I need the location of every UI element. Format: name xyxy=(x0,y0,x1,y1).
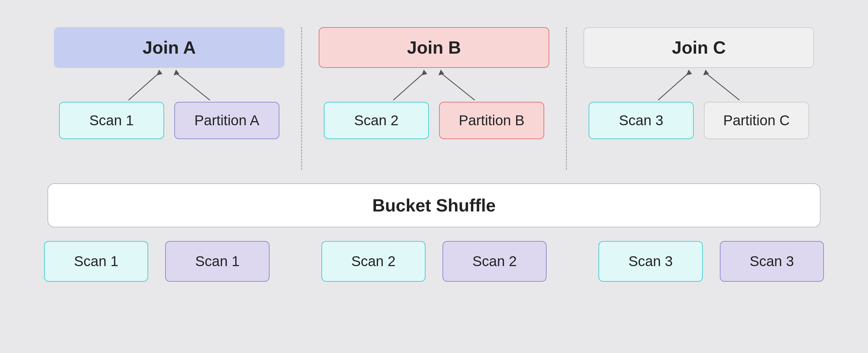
join-b-label: Join B xyxy=(407,37,461,58)
svg-line-10 xyxy=(706,73,739,100)
svg-line-4 xyxy=(393,73,424,100)
scan1-box-a: Scan 1 xyxy=(59,102,164,139)
join-c-box: Join C xyxy=(584,27,814,68)
svg-line-6 xyxy=(441,73,475,100)
bottom-scan1-purple: Scan 1 xyxy=(165,241,269,282)
join-c-label: Join C xyxy=(672,37,726,58)
bottom-scan2-purple: Scan 2 xyxy=(442,241,547,282)
children-row-a: Scan 1 Partition A xyxy=(54,102,284,139)
scan2-label-b: Scan 2 xyxy=(354,112,399,129)
children-row-c: Scan 3 Partition C xyxy=(584,102,814,139)
svg-marker-9 xyxy=(686,70,692,75)
scan3-box-c: Scan 3 xyxy=(589,102,694,139)
diagram: Join A Scan 1 Partition A xyxy=(24,14,844,339)
bucket-shuffle-label: Bucket Shuffle xyxy=(372,195,496,216)
bottom-scan1-cyan: Scan 1 xyxy=(44,241,148,282)
arrow-area-b xyxy=(319,68,549,102)
partition-a-label: Partition A xyxy=(194,112,259,129)
bottom-section: Scan 1 Scan 1 Scan 2 Scan 2 Scan 3 Scan … xyxy=(44,241,824,282)
bottom-scan3-cyan: Scan 3 xyxy=(598,241,703,282)
bottom-scan3-cyan-label: Scan 3 xyxy=(628,253,673,270)
bottom-scan1-purple-label: Scan 1 xyxy=(195,253,240,270)
scan3-label-c: Scan 3 xyxy=(619,112,664,129)
partition-a-box: Partition A xyxy=(174,102,279,139)
bottom-scan3-purple: Scan 3 xyxy=(720,241,824,282)
bucket-shuffle-box: Bucket Shuffle xyxy=(47,183,821,227)
partition-c-box: Partition C xyxy=(704,102,809,139)
arrow-area-a xyxy=(54,68,284,102)
bottom-scan2-cyan-label: Scan 2 xyxy=(351,253,396,270)
children-row-b: Scan 2 Partition B xyxy=(319,102,549,139)
join-a-box: Join A xyxy=(54,27,284,68)
partition-c-label: Partition C xyxy=(723,112,790,129)
top-section: Join A Scan 1 Partition A xyxy=(44,27,824,170)
svg-line-2 xyxy=(176,73,210,100)
svg-marker-1 xyxy=(157,70,162,75)
svg-line-0 xyxy=(129,73,159,100)
partition-b-label: Partition B xyxy=(459,112,525,129)
bottom-scan2-cyan: Scan 2 xyxy=(321,241,426,282)
divider-2 xyxy=(566,27,567,170)
join-group-c: Join C Scan 3 Partition C xyxy=(574,27,824,170)
bottom-scan3-purple-label: Scan 3 xyxy=(750,253,794,270)
join-group-b: Join B Scan 2 Partition B xyxy=(309,27,559,170)
arrow-area-c xyxy=(584,68,814,102)
middle-section: Bucket Shuffle xyxy=(44,183,824,227)
scan2-box-b: Scan 2 xyxy=(324,102,429,139)
bottom-scan2-purple-label: Scan 2 xyxy=(472,253,517,270)
bottom-scan1-cyan-label: Scan 1 xyxy=(74,253,118,270)
scan1-label-a: Scan 1 xyxy=(90,112,134,129)
divider-1 xyxy=(301,27,302,170)
join-b-box: Join B xyxy=(319,27,549,68)
join-group-a: Join A Scan 1 Partition A xyxy=(44,27,294,170)
join-a-label: Join A xyxy=(143,37,196,58)
partition-b-box: Partition B xyxy=(439,102,544,139)
svg-line-8 xyxy=(658,73,689,100)
svg-marker-5 xyxy=(421,70,427,75)
